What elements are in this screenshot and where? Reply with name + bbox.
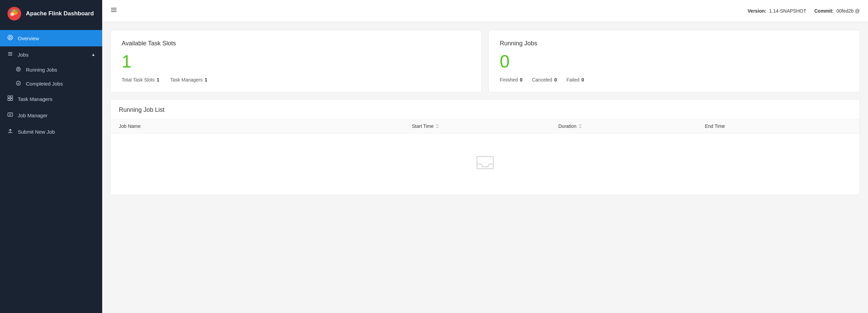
topbar: Version: 1.14-SNAPSHOT Commit: 00fed2b @ [102, 0, 868, 22]
flink-logo-icon [7, 6, 22, 21]
sidebar-item-running-jobs[interactable]: Running Jobs [0, 63, 102, 77]
sidebar-item-submit-new-job[interactable]: Submit New Job [0, 123, 102, 140]
completed-jobs-label: Completed Jobs [26, 81, 63, 87]
svg-point-10 [16, 67, 20, 71]
running-jobs-card: Running Jobs 0 Finished 0 Canceled 0 Fai… [489, 30, 860, 92]
failed-value: 0 [582, 77, 584, 83]
sidebar-item-overview[interactable]: Overview [0, 30, 102, 46]
svg-point-5 [8, 35, 13, 40]
sidebar-item-task-managers[interactable]: Task Managers [0, 91, 102, 107]
col-header-start-time[interactable]: Start Time [412, 123, 558, 129]
svg-rect-13 [8, 96, 10, 98]
metrics-cards-row: Available Task Slots 1 Total Task Slots … [110, 30, 860, 92]
task-managers-label: Task Managers [18, 96, 95, 102]
start-time-sort-icon [436, 124, 439, 129]
table-header: Job Name Start Time Duration [111, 119, 859, 133]
canceled-value: 0 [554, 77, 557, 83]
job-manager-label: Job Manager [18, 113, 95, 118]
task-managers-value: 1 [205, 77, 207, 83]
commit-label: Commit: [815, 8, 834, 14]
sidebar-item-job-manager[interactable]: Job Manager [0, 107, 102, 123]
version-label: Version: [748, 8, 766, 14]
col-start-time-label: Start Time [412, 123, 434, 129]
col-end-time-label: End Time [705, 123, 725, 129]
sidebar-logo: Apache Flink Dashboard [0, 0, 102, 27]
submit-job-icon [7, 128, 14, 135]
empty-inbox-icon [475, 154, 495, 174]
task-slots-card: Available Task Slots 1 Total Task Slots … [110, 30, 482, 92]
total-task-slots-label: Total Task Slots [122, 77, 155, 83]
sidebar: Apache Flink Dashboard Overview Jobs [0, 0, 102, 313]
topbar-left [110, 6, 117, 15]
col-duration-label: Duration [558, 123, 576, 129]
svg-rect-15 [8, 99, 10, 101]
duration-sort-icon [578, 124, 582, 129]
version-value: 1.14-SNAPSHOT [769, 8, 806, 14]
finished-value: 0 [520, 77, 523, 83]
running-job-list-section: Running Job List Job Name Start Time Du [110, 99, 860, 195]
svg-rect-16 [11, 99, 13, 101]
svg-point-11 [18, 69, 19, 70]
hamburger-menu-icon[interactable] [110, 6, 117, 15]
running-jobs-label: Running Jobs [26, 67, 57, 73]
jobs-icon [7, 51, 14, 58]
total-task-slots-value: 1 [157, 77, 159, 83]
jobs-chevron-icon: ▲ [91, 52, 95, 57]
commit-value: 00fed2b @ [836, 8, 860, 14]
svg-rect-17 [8, 113, 13, 116]
task-managers-label: Task Managers [170, 77, 203, 83]
sidebar-item-jobs[interactable]: Jobs ▲ [0, 46, 102, 63]
running-jobs-value: 0 [500, 53, 849, 70]
sidebar-navigation: Overview Jobs ▲ Running Jobs [0, 30, 102, 140]
svg-point-3 [15, 10, 18, 12]
running-jobs-stats: Finished 0 Canceled 0 Failed 0 [500, 77, 849, 83]
running-jobs-title: Running Jobs [500, 40, 849, 47]
finished-label: Finished [500, 77, 518, 83]
task-slots-value: 1 [122, 53, 470, 70]
total-task-slots-stat: Total Task Slots 1 [122, 77, 159, 83]
submit-new-job-label: Submit New Job [18, 129, 95, 135]
overview-icon [7, 35, 14, 42]
svg-rect-14 [11, 96, 13, 98]
svg-point-2 [10, 13, 14, 16]
failed-stat: Failed 0 [567, 77, 584, 83]
col-job-name-label: Job Name [119, 123, 141, 129]
main-content: Version: 1.14-SNAPSHOT Commit: 00fed2b @… [102, 0, 868, 313]
finished-stat: Finished 0 [500, 77, 523, 83]
col-header-duration[interactable]: Duration [558, 123, 705, 129]
canceled-label: Canceled [532, 77, 552, 83]
svg-point-12 [16, 81, 20, 85]
topbar-info: Version: 1.14-SNAPSHOT Commit: 00fed2b @ [748, 8, 860, 14]
table-empty-state [111, 133, 859, 195]
task-managers-stat: Task Managers 1 [170, 77, 207, 83]
app-title: Apache Flink Dashboard [26, 10, 94, 17]
sidebar-item-completed-jobs[interactable]: Completed Jobs [0, 77, 102, 91]
svg-point-4 [11, 10, 13, 12]
col-header-end-time: End Time [705, 123, 851, 129]
svg-point-6 [9, 36, 11, 39]
job-manager-icon [7, 112, 14, 119]
jobs-label: Jobs [18, 52, 87, 58]
failed-label: Failed [567, 77, 579, 83]
page-content: Available Task Slots 1 Total Task Slots … [102, 22, 868, 313]
completed-jobs-icon [15, 81, 22, 87]
canceled-stat: Canceled 0 [532, 77, 557, 83]
col-header-job-name: Job Name [119, 123, 412, 129]
job-list-title: Running Job List [111, 100, 859, 119]
task-slots-title: Available Task Slots [122, 40, 470, 47]
task-managers-icon [7, 95, 14, 102]
task-slots-stats: Total Task Slots 1 Task Managers 1 [122, 77, 470, 83]
running-jobs-icon [15, 67, 22, 73]
overview-label: Overview [18, 35, 95, 41]
